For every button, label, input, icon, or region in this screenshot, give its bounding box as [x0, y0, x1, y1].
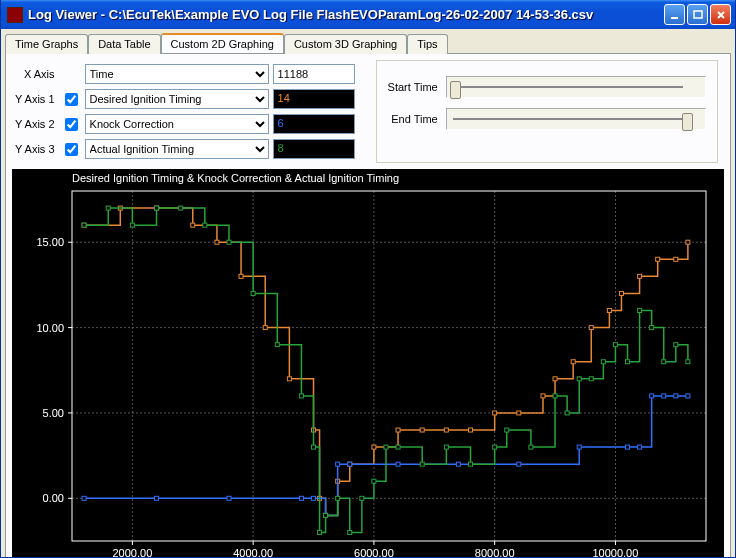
svg-rect-110: [638, 309, 642, 313]
svg-rect-1: [694, 11, 702, 18]
svg-rect-98: [444, 445, 448, 449]
svg-rect-54: [607, 309, 611, 313]
svg-rect-97: [420, 462, 424, 466]
y3-checkbox[interactable]: [65, 143, 78, 156]
y2-select[interactable]: Knock Correction: [85, 114, 269, 134]
svg-rect-104: [565, 411, 569, 415]
svg-rect-114: [686, 360, 690, 364]
svg-rect-51: [553, 377, 557, 381]
y1-value: 14: [273, 89, 355, 109]
minimize-button[interactable]: [664, 4, 685, 25]
svg-rect-87: [299, 394, 303, 398]
svg-rect-60: [82, 496, 86, 500]
svg-rect-63: [299, 496, 303, 500]
svg-rect-49: [517, 411, 521, 415]
start-time-label: Start Time: [387, 75, 441, 99]
svg-rect-64: [312, 496, 316, 500]
svg-rect-67: [348, 462, 352, 466]
chart-title: Desired Ignition Timing & Knock Correcti…: [72, 172, 399, 184]
svg-rect-47: [469, 428, 473, 432]
tab-bar: Time Graphs Data Table Custom 2D Graphin…: [1, 29, 735, 53]
svg-rect-90: [324, 513, 328, 517]
tab-time-graphs[interactable]: Time Graphs: [5, 34, 88, 54]
svg-rect-75: [662, 394, 666, 398]
svg-text:10.00: 10.00: [36, 322, 64, 334]
svg-rect-83: [203, 223, 207, 227]
svg-rect-70: [517, 462, 521, 466]
y1-select[interactable]: Desired Ignition Timing: [85, 89, 269, 109]
svg-rect-78: [82, 223, 86, 227]
svg-rect-108: [613, 343, 617, 347]
svg-rect-43: [372, 445, 376, 449]
svg-rect-89: [318, 530, 322, 534]
end-time-slider[interactable]: [446, 108, 706, 130]
x-axis-select[interactable]: Time: [85, 64, 269, 84]
y2-label: Y Axis 2: [14, 113, 58, 135]
svg-text:5.00: 5.00: [43, 407, 64, 419]
svg-rect-56: [638, 274, 642, 278]
svg-rect-74: [650, 394, 654, 398]
svg-rect-66: [336, 462, 340, 466]
svg-rect-84: [227, 240, 231, 244]
svg-rect-77: [686, 394, 690, 398]
svg-rect-57: [656, 257, 660, 261]
tab-tips[interactable]: Tips: [407, 34, 447, 54]
svg-rect-76: [674, 394, 678, 398]
svg-rect-100: [493, 445, 497, 449]
svg-rect-113: [674, 343, 678, 347]
svg-rect-59: [686, 240, 690, 244]
svg-text:10000.00: 10000.00: [592, 547, 638, 558]
svg-rect-103: [553, 394, 557, 398]
svg-text:8000.00: 8000.00: [475, 547, 515, 558]
tab-custom-2d[interactable]: Custom 2D Graphing: [161, 33, 284, 53]
svg-rect-62: [227, 496, 231, 500]
svg-rect-61: [155, 496, 159, 500]
svg-rect-68: [396, 462, 400, 466]
svg-rect-44: [396, 428, 400, 432]
x-axis-label: X Axis: [14, 63, 58, 85]
svg-rect-33: [191, 223, 195, 227]
y1-checkbox[interactable]: [65, 93, 78, 106]
svg-rect-55: [619, 291, 623, 295]
svg-rect-52: [571, 360, 575, 364]
svg-text:15.00: 15.00: [36, 236, 64, 248]
svg-rect-72: [626, 445, 630, 449]
svg-text:0.00: 0.00: [43, 492, 64, 504]
svg-rect-109: [626, 360, 630, 364]
chart-area: Desired Ignition Timing & Knock Correcti…: [12, 169, 724, 558]
svg-rect-102: [529, 445, 533, 449]
chart-svg: 0.005.0010.0015.002000.004000.006000.008…: [14, 171, 716, 558]
start-time-slider[interactable]: [446, 76, 706, 98]
svg-rect-81: [155, 206, 159, 210]
svg-rect-79: [106, 206, 110, 210]
svg-rect-34: [215, 240, 219, 244]
svg-rect-112: [662, 360, 666, 364]
svg-rect-91: [336, 496, 340, 500]
svg-rect-73: [638, 445, 642, 449]
svg-rect-82: [179, 206, 183, 210]
svg-rect-107: [601, 360, 605, 364]
svg-rect-93: [360, 496, 364, 500]
x-axis-value[interactable]: [273, 64, 355, 84]
svg-rect-48: [493, 411, 497, 415]
svg-rect-106: [589, 377, 593, 381]
svg-rect-46: [444, 428, 448, 432]
svg-rect-96: [396, 445, 400, 449]
svg-rect-37: [287, 377, 291, 381]
tab-custom-3d[interactable]: Custom 3D Graphing: [284, 34, 407, 54]
time-panel: Start Time End Time: [376, 60, 718, 163]
svg-rect-88: [312, 445, 316, 449]
svg-rect-29: [72, 191, 706, 541]
y3-select[interactable]: Actual Ignition Timing: [85, 139, 269, 159]
end-time-label: End Time: [387, 107, 441, 131]
close-button[interactable]: [710, 4, 731, 25]
app-icon: [7, 7, 23, 23]
tab-data-table[interactable]: Data Table: [88, 34, 160, 54]
svg-rect-50: [541, 394, 545, 398]
svg-rect-85: [251, 291, 255, 295]
svg-rect-111: [650, 326, 654, 330]
svg-rect-99: [469, 462, 473, 466]
y2-checkbox[interactable]: [65, 118, 78, 131]
y3-label: Y Axis 3: [14, 138, 58, 160]
maximize-button[interactable]: [687, 4, 708, 25]
